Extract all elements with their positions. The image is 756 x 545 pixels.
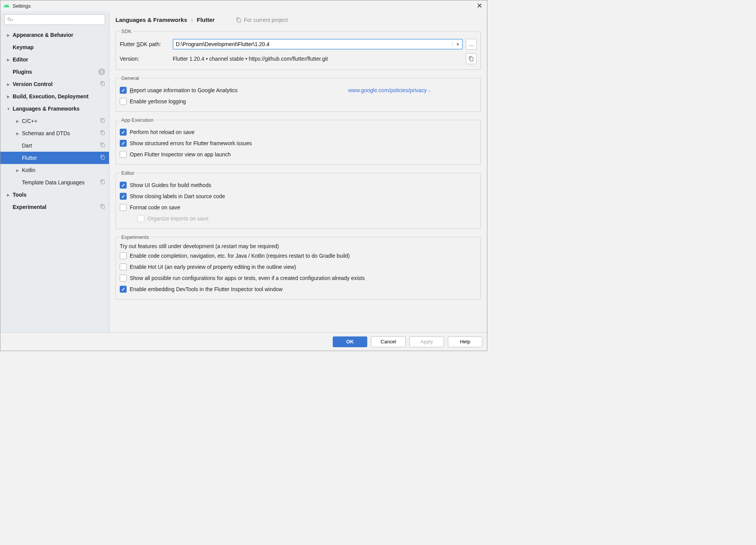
chevron-right-icon: › (191, 17, 193, 23)
version-label: Version: (120, 56, 173, 62)
embed-devtools-label: Enable embedding DevTools in the Flutter… (130, 286, 282, 292)
search-input[interactable]: ▾ (4, 14, 105, 25)
scope-hint: For current project (236, 17, 287, 23)
arrow-icon: ▼ (6, 107, 11, 111)
privacy-link[interactable]: www.google.com/policies/privacy» (348, 87, 431, 93)
verbose-logging-checkbox[interactable] (120, 98, 127, 105)
sdk-path-label: Flutter SDK path: (120, 41, 173, 47)
sidebar-item-label: Experimental (13, 204, 100, 210)
sidebar-item-c-c-[interactable]: ▶C/C++ (0, 115, 109, 127)
arrow-icon: ▶ (15, 168, 20, 172)
arrow-icon: ▶ (15, 131, 20, 136)
arrow-icon: ▶ (6, 58, 11, 62)
sidebar-item-editor[interactable]: ▶Editor (0, 53, 109, 66)
arrow-icon: ▶ (6, 82, 11, 86)
sidebar-item-schemas-and-dtds[interactable]: ▶Schemas and DTDs (0, 127, 109, 139)
sidebar-item-plugins[interactable]: Plugins1 (0, 66, 109, 78)
sidebar-item-label: Build, Execution, Deployment (13, 93, 105, 99)
window-title: Settings (13, 3, 31, 9)
breadcrumb-parent[interactable]: Languages & Frameworks (116, 17, 187, 23)
sdk-group: SDK Flutter SDK path: ▼ … Version: Flutt… (116, 28, 481, 70)
help-button[interactable]: Help (448, 336, 482, 347)
app-execution-legend: App Execution (120, 117, 155, 123)
sidebar-item-dart[interactable]: Dart (0, 139, 109, 152)
sidebar-item-flutter[interactable]: Flutter (0, 152, 109, 164)
sidebar-item-version-control[interactable]: ▶Version Control (0, 78, 109, 90)
arrow-right-icon: » (428, 88, 431, 93)
format-on-save-checkbox[interactable] (120, 204, 127, 211)
all-run-configs-checkbox[interactable] (120, 275, 127, 282)
embed-devtools-checkbox[interactable] (120, 286, 127, 293)
badge: 1 (98, 68, 105, 75)
sdk-legend: SDK (120, 28, 133, 34)
app-execution-group: App Execution Perform hot reload on save… (116, 117, 481, 165)
breadcrumb-current: Flutter (197, 17, 215, 23)
code-completion-label: Enable code completion, navigation, etc.… (130, 253, 350, 259)
sidebar-item-label: Appearance & Behavior (13, 32, 105, 38)
sidebar-item-tools[interactable]: ▶Tools (0, 189, 109, 201)
open-inspector-label: Open Flutter Inspector view on app launc… (130, 151, 231, 157)
breadcrumb: Languages & Frameworks › Flutter (116, 17, 215, 23)
search-field[interactable] (15, 17, 102, 23)
experiments-legend: Experiments (120, 234, 150, 240)
dropdown-icon: ▾ (12, 18, 13, 22)
experiments-desc: Try out features still under development… (120, 243, 477, 249)
copy-icon (100, 81, 105, 87)
copy-icon (100, 204, 105, 210)
closing-labels-checkbox[interactable] (120, 193, 127, 200)
titlebar: Settings ✕ (0, 0, 487, 11)
sidebar-item-label: Version Control (13, 81, 100, 87)
sidebar-item-experimental[interactable]: Experimental (0, 201, 109, 213)
editor-group: Editor Show UI Guides for build methods … (116, 170, 481, 229)
hot-reload-label: Perform hot reload on save (130, 129, 195, 135)
sidebar-item-label: Plugins (13, 69, 98, 75)
sidebar-item-template-data-languages[interactable]: Template Data Languages (0, 176, 109, 189)
ok-button[interactable]: OK (333, 336, 367, 347)
sidebar-item-label: Dart (22, 142, 100, 149)
general-legend: General (120, 75, 140, 81)
sidebar-item-label: Template Data Languages (22, 179, 100, 186)
open-inspector-checkbox[interactable] (120, 151, 127, 158)
hot-reload-checkbox[interactable] (120, 129, 127, 136)
sidebar-item-keymap[interactable]: Keymap (0, 41, 109, 53)
settings-tree: ▶Appearance & BehaviorKeymap▶EditorPlugi… (0, 29, 109, 332)
sidebar-item-label: Editor (13, 56, 105, 63)
closing-labels-label: Show closing labels in Dart source code (130, 193, 225, 199)
hot-ui-checkbox[interactable] (120, 263, 127, 270)
code-completion-checkbox[interactable] (120, 252, 127, 259)
report-usage-checkbox[interactable] (120, 87, 127, 94)
structured-errors-label: Show structured errors for Flutter frame… (130, 140, 252, 146)
sidebar-item-label: C/C++ (22, 118, 100, 124)
sidebar-item-appearance-behavior[interactable]: ▶Appearance & Behavior (0, 29, 109, 41)
sidebar-item-kotlin[interactable]: ▶Kotlin (0, 164, 109, 176)
structured-errors-checkbox[interactable] (120, 140, 127, 147)
sidebar-item-languages-frameworks[interactable]: ▼Languages & Frameworks (0, 103, 109, 115)
arrow-icon: ▶ (6, 94, 11, 99)
close-icon[interactable]: ✕ (475, 2, 484, 10)
browse-button[interactable]: … (466, 39, 477, 50)
ui-guides-label: Show UI Guides for build methods (130, 182, 211, 188)
chevron-down-icon[interactable]: ▼ (452, 42, 460, 46)
format-on-save-label: Format code on save (130, 204, 180, 210)
arrow-icon: ▶ (15, 119, 20, 123)
cancel-button[interactable]: Cancel (371, 336, 406, 347)
ui-guides-checkbox[interactable] (120, 182, 127, 189)
general-group: General Report usage information to Goog… (116, 75, 481, 112)
copy-icon (236, 17, 241, 23)
sidebar-item-label: Tools (13, 192, 105, 198)
copy-icon (100, 142, 105, 149)
dialog-footer: OK Cancel Apply Help (0, 332, 487, 351)
apply-button: Apply (409, 336, 444, 347)
editor-legend: Editor (120, 170, 136, 176)
sidebar-item-build-execution-deployment[interactable]: ▶Build, Execution, Deployment (0, 90, 109, 103)
sdk-path-combo[interactable]: ▼ (173, 39, 463, 50)
sidebar-item-label: Keymap (13, 44, 105, 50)
verbose-logging-label: Enable verbose logging (130, 98, 186, 104)
sidebar-item-label: Schemas and DTDs (22, 130, 100, 136)
hot-ui-label: Enable Hot UI (an early preview of prope… (130, 264, 296, 270)
main-panel: Languages & Frameworks › Flutter For cur… (109, 11, 487, 332)
report-usage-label: Report usage information to Google Analy… (130, 87, 238, 93)
copy-button[interactable] (466, 53, 477, 64)
sdk-path-input[interactable] (176, 41, 452, 47)
copy-icon (469, 56, 474, 61)
